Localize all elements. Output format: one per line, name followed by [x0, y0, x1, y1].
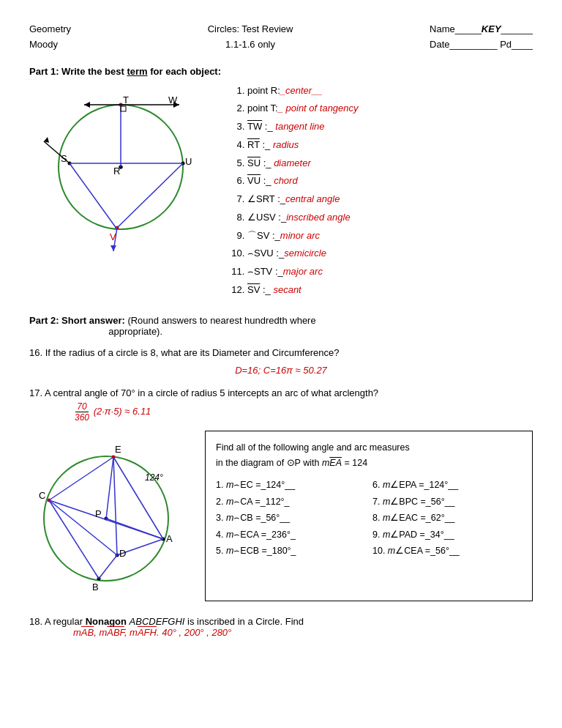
ans-5: 5. m⌢ECB =_180°_ — [216, 543, 365, 560]
course-name: Geometry — [29, 22, 71, 37]
part18-answer: 40° , 200° , 280° — [162, 627, 231, 638]
ans-4: 4. m⌢ECA =_236°_ — [216, 527, 365, 543]
part18-formula: mAB, mABF, mAFH. 40° , 200° , 280° — [73, 627, 533, 638]
part18-section: 18. A regular Nonagon ABCDEFGHI is inscr… — [29, 616, 533, 638]
ans-3: 3. m⌢CB =_56°__ — [216, 510, 365, 527]
q16-text: 16. If the radius of a circle is 8, what… — [29, 347, 339, 358]
answers-col1: 1. m⌢EC =_124°__ 2. m⌢CA =_112°_ 3. m⌢CB… — [216, 477, 365, 560]
nonagon-vertices: ABCDEFGHI — [130, 616, 185, 627]
part1-header: Part 1: Write the best term for each obj… — [29, 66, 533, 77]
nonagon-label: Nonagon — [86, 616, 127, 627]
label-C: C — [39, 490, 45, 501]
label-D: D — [119, 548, 126, 559]
term-item-11: ⌢STV :_major arc — [247, 264, 533, 281]
diagram2-svg: 124° E C A B D P — [29, 431, 183, 599]
term-item-9: ⌒SV :_minor arc — [247, 228, 533, 245]
q17-answer: 70 360 (2·π·5) ≈ 6.11 — [73, 401, 533, 423]
date-line: Date_________ Pd____ — [430, 37, 533, 53]
ans-6: 6. m∠EPA =_124°__ — [372, 477, 522, 494]
label-T: T — [123, 94, 129, 105]
name-line: Name_____KEY______ — [430, 22, 533, 37]
label-S: S — [61, 153, 67, 164]
diagram1-svg: W T — [29, 83, 212, 259]
answers-box: Find all of the following angle and arc … — [205, 431, 533, 601]
svg-line-13 — [117, 163, 183, 228]
part1-label: Part 1: — [29, 66, 59, 77]
svg-line-33 — [99, 555, 117, 579]
svg-line-14 — [70, 163, 117, 229]
label-P: P — [95, 508, 102, 519]
q16-answer: D=16; C=16π ≈ 50.27 — [29, 363, 533, 379]
term-item-12: SV :_ secant — [247, 282, 533, 299]
diagram1: W T — [29, 83, 220, 300]
svg-line-34 — [106, 457, 113, 519]
ans-9: 9. m∠PAD =_34°__ — [372, 527, 522, 543]
term-item-8: ∠USV :_inscribed angle — [247, 209, 533, 226]
label-U: U — [185, 156, 192, 167]
ans-8: 8. m∠EAC =_62°__ — [372, 510, 522, 527]
term-item-2: point T:_ point of tangency — [247, 100, 533, 117]
ans-7: 7. m∠BPC =_56°__ — [372, 494, 522, 510]
label-R: R — [113, 166, 120, 177]
answers-col2: 6. m∠EPA =_124°__ 7. m∠BPC =_56°__ 8. m∠… — [372, 477, 522, 560]
term-item-6: VU :_ chord — [247, 173, 533, 190]
fraction-70-360: 70 360 — [73, 401, 91, 423]
term-item-7: ∠SRT :_central angle — [247, 191, 533, 208]
term-item-1: point R:_center__ — [247, 83, 533, 100]
part18-question: 18. A regular Nonagon ABCDEFGHI is inscr… — [29, 616, 533, 627]
svg-marker-16 — [110, 245, 116, 251]
part2-short-answer: Short answer: — [61, 315, 125, 326]
part1-instruction: Write the best term for each object: — [61, 66, 221, 77]
svg-line-31 — [49, 500, 99, 579]
q17-text: 17. A central angle of 70° in a circle o… — [29, 387, 378, 398]
svg-line-28 — [113, 457, 117, 555]
term-item-5: SU :_ diameter — [247, 155, 533, 172]
q16: 16. If the radius of a circle is 8, what… — [29, 346, 533, 379]
part2-section: Part 2: Short answer: (Round answers to … — [29, 315, 533, 423]
answers-columns: 1. m⌢EC =_124°__ 2. m⌢CA =_112°_ 3. m⌢CB… — [216, 477, 522, 560]
part3-section: 124° E C A B D P Find all of the followi… — [29, 431, 533, 601]
part1-section: Part 1: Write the best term for each obj… — [29, 66, 533, 300]
arc-124-label: 124° — [145, 472, 163, 483]
terms-list: point R:_center__ point T:_ point of tan… — [234, 83, 533, 300]
svg-rect-11 — [121, 106, 126, 111]
label-B: B — [92, 582, 99, 593]
part2-label: Part 2: — [29, 315, 59, 326]
ans-1: 1. m⌢EC =_124°__ — [216, 477, 365, 494]
name-date-block: Name_____KEY______ Date_________ Pd____ — [430, 22, 533, 53]
svg-line-27 — [113, 457, 163, 539]
ans-10: 10. m∠CEA =_56°__ — [372, 543, 522, 560]
label-V: V — [110, 231, 116, 242]
q17: 17. A central angle of 70° in a circle o… — [29, 386, 533, 423]
term-item-3: TW :_ tangent line — [247, 119, 533, 135]
term-item-10: ⌢SVU :_semicircle — [247, 245, 533, 262]
svg-marker-8 — [84, 102, 90, 108]
worksheet-subtitle: 1.1-1.6 only — [208, 37, 293, 53]
ans-2: 2. m⌢CA =_112°_ — [216, 494, 365, 510]
course-info: Geometry Moody — [29, 22, 71, 53]
box-title: Find all of the following angle and arc … — [216, 440, 522, 472]
diagram2: 124° E C A B D P — [29, 431, 190, 601]
page-header: Geometry Moody Circles: Test Review 1.1-… — [29, 22, 533, 53]
svg-line-35 — [106, 519, 163, 539]
worksheet-title: Circles: Test Review — [208, 22, 293, 37]
label-W: W — [168, 94, 178, 105]
teacher-name: Moody — [29, 37, 71, 53]
part1-content: W T — [29, 83, 533, 300]
label-E: E — [115, 444, 121, 455]
term-item-4: RT :_ radius — [247, 137, 533, 154]
title-block: Circles: Test Review 1.1-1.6 only — [208, 22, 293, 53]
label-A: A — [166, 533, 173, 544]
part2-header: Part 2: Short answer: (Round answers to … — [29, 315, 533, 337]
